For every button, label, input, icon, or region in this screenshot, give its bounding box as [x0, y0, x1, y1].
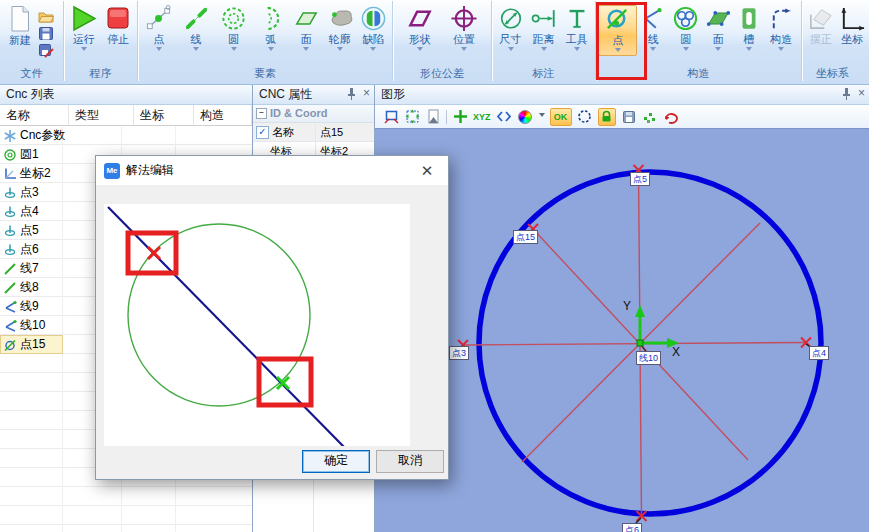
distance-annotation-button[interactable]: 距离: [527, 5, 560, 54]
construct-plane-icon: [705, 5, 731, 32]
element-circle-button[interactable]: 圆: [215, 5, 252, 54]
graphics-toolbar: XYZ OK: [375, 105, 869, 129]
xyz-axes-toggle[interactable]: XYZ: [473, 112, 491, 122]
dropdown-arrow-icon: [193, 47, 199, 54]
group-label-construct: 构造: [596, 66, 801, 80]
close-icon[interactable]: ×: [363, 87, 370, 100]
dropdown-arrow-icon[interactable]: [539, 113, 545, 120]
zoom-window-icon[interactable]: [383, 109, 399, 125]
list-item-selected[interactable]: 点15: [0, 335, 63, 354]
point-cloud-icon[interactable]: [642, 109, 658, 125]
dialog-title: 解法编辑: [126, 162, 174, 179]
feature-label-point4[interactable]: 点4: [809, 346, 829, 360]
dialog-titlebar[interactable]: Me 解法编辑 ✕: [96, 156, 448, 185]
element-arc-button[interactable]: 弧: [252, 5, 289, 54]
column-type[interactable]: 类型: [69, 105, 134, 125]
construct-slot-button[interactable]: 槽: [734, 5, 764, 56]
construct-line-button[interactable]: 线: [637, 5, 669, 56]
element-line-button[interactable]: 线: [177, 5, 214, 54]
ribbon-group-annotation: 尺寸 距离: [492, 1, 596, 81]
measure-profile-icon: [327, 5, 353, 32]
align-button[interactable]: 摆正: [804, 5, 837, 46]
color-wheel-icon[interactable]: [517, 109, 533, 125]
coordsys-button[interactable]: 坐标: [837, 5, 867, 46]
cancel-button[interactable]: 取消: [376, 450, 444, 473]
dropdown-arrow-icon: [461, 47, 467, 54]
element-defect-button[interactable]: 缺陷: [357, 5, 390, 54]
point-icon: [3, 205, 17, 219]
fit-view-icon[interactable]: [404, 109, 420, 125]
solution-point-1-marker[interactable]: [148, 247, 160, 259]
angle-line-icon: [3, 300, 17, 314]
construct-circle-icon: [672, 5, 699, 32]
export-image-icon[interactable]: [425, 109, 441, 125]
checkbox-checked-icon[interactable]: ✓: [256, 126, 269, 139]
ribbon-group-program: 运行 停止 程序: [64, 1, 138, 81]
feature-label-point15[interactable]: 点15: [513, 230, 538, 244]
collapse-icon[interactable]: −: [256, 108, 267, 119]
construct-point-button[interactable]: 点: [598, 5, 637, 56]
solution-preview-canvas[interactable]: [104, 204, 410, 446]
dialog-close-icon[interactable]: ✕: [414, 162, 440, 180]
column-coord[interactable]: 坐标: [134, 105, 194, 125]
construct-point-icon: [604, 6, 631, 33]
group-label-elements: 要素: [138, 66, 392, 80]
element-point-button[interactable]: 点: [140, 5, 177, 54]
app-icon: Me: [104, 163, 120, 179]
rotate-view-icon[interactable]: [663, 109, 679, 125]
new-file-button[interactable]: 新建: [2, 5, 38, 58]
graphics-panel: 图形 ×: [375, 85, 869, 532]
dashed-circle-icon[interactable]: [577, 109, 593, 125]
list-item[interactable]: Cnc参数: [0, 126, 252, 145]
property-row[interactable]: ✓ 名称 点15: [253, 123, 374, 142]
cnc-list-column-headers[interactable]: 名称 类型 坐标 构造: [0, 105, 252, 126]
line-icon: [3, 262, 17, 276]
ribbon-group-construct: 点 线: [596, 1, 802, 81]
property-value[interactable]: 点15: [316, 123, 374, 141]
dropdown-arrow-icon: [683, 47, 689, 54]
size-annotation-button[interactable]: 尺寸: [494, 5, 527, 54]
dropdown-arrow-icon: [541, 47, 547, 54]
pin-icon[interactable]: [841, 87, 852, 100]
ok-toggle-button[interactable]: OK: [550, 108, 572, 126]
column-name[interactable]: 名称: [0, 105, 69, 125]
dropdown-arrow-icon: [268, 47, 274, 54]
run-button[interactable]: 运行: [66, 5, 101, 54]
lock-toggle-button[interactable]: [598, 108, 616, 126]
feature-label-line10[interactable]: 线10: [636, 351, 661, 365]
feature-label-point3[interactable]: 点3: [449, 346, 469, 360]
flip-arrows-icon[interactable]: [496, 109, 512, 125]
form-tolerance-button[interactable]: 形状: [398, 5, 442, 54]
cnc-list-header: Cnc 列表: [0, 85, 252, 105]
tool-annotation-button[interactable]: 工具: [560, 5, 593, 54]
save-icon[interactable]: [38, 26, 54, 41]
stop-button[interactable]: 停止: [101, 5, 135, 54]
column-construct[interactable]: 构造: [194, 105, 252, 125]
pin-icon[interactable]: [346, 87, 357, 100]
dropdown-arrow-icon: [778, 47, 784, 54]
ok-button[interactable]: 确定: [302, 450, 370, 473]
property-section-header[interactable]: − ID & Coord: [253, 105, 374, 123]
graphics-canvas[interactable]: Y X 点5 点15 点3 点4 线10 点6: [375, 128, 869, 532]
save-view-icon[interactable]: [621, 109, 637, 125]
measure-arc-icon: [257, 5, 284, 32]
ribbon-group-tolerance: 形状 位置 形位公差: [393, 1, 492, 81]
save-as-icon[interactable]: [38, 43, 54, 58]
element-plane-button[interactable]: 面: [290, 5, 323, 54]
construct-generic-button[interactable]: 构造: [764, 5, 799, 56]
crosshair-plus-icon[interactable]: [452, 109, 468, 125]
feature-label-point5[interactable]: 点5: [630, 172, 650, 186]
text-tool-icon: [564, 5, 590, 32]
construct-plane-button[interactable]: 面: [702, 5, 734, 56]
dropdown-arrow-icon: [615, 48, 621, 55]
close-icon[interactable]: ×: [858, 87, 865, 100]
lock-icon: [600, 110, 613, 123]
feature-label-point6[interactable]: 点6: [622, 523, 642, 532]
measure-circle-icon: [220, 5, 247, 32]
form-shape-icon: [406, 5, 434, 32]
element-profile-button[interactable]: 轮廓: [323, 5, 356, 54]
construct-circle-button[interactable]: 圆: [669, 5, 703, 56]
group-label-tolerance: 形位公差: [393, 66, 491, 80]
position-tolerance-button[interactable]: 位置: [442, 5, 486, 54]
open-folder-icon[interactable]: [38, 9, 54, 24]
